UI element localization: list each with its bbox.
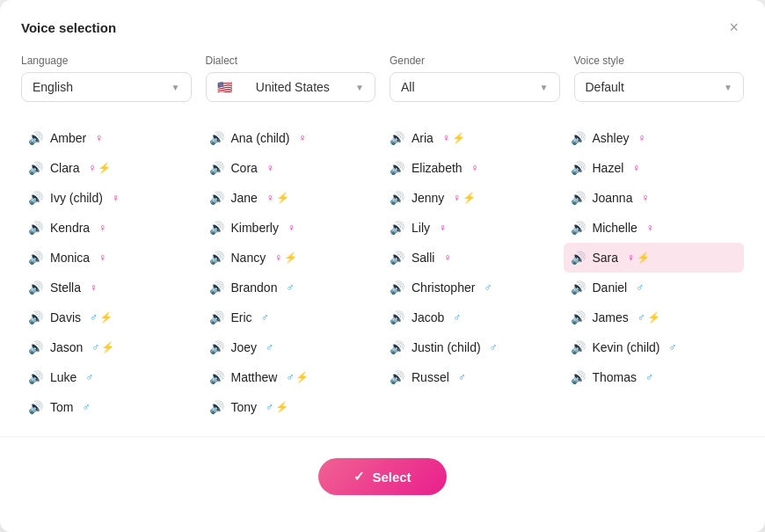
lightning-tag-icon: ⚡: [452, 132, 465, 144]
voice-tags: ♀: [288, 222, 295, 234]
list-item[interactable]: 🔊Sara♀⚡: [564, 243, 745, 273]
play-icon[interactable]: 🔊: [209, 281, 224, 295]
list-item[interactable]: 🔊Jacob♂: [382, 302, 564, 332]
list-item[interactable]: 🔊Luke♂: [21, 362, 202, 392]
play-icon[interactable]: 🔊: [28, 400, 43, 414]
play-icon[interactable]: 🔊: [28, 221, 43, 235]
play-icon[interactable]: 🔊: [28, 281, 43, 295]
lightning-tag-icon: ⚡: [463, 192, 476, 204]
list-item[interactable]: 🔊Joey♂: [202, 332, 383, 362]
list-item[interactable]: 🔊Kimberly♀: [202, 213, 383, 243]
list-item[interactable]: 🔊Clara♀⚡: [21, 153, 202, 183]
play-icon[interactable]: 🔊: [209, 161, 224, 175]
play-icon[interactable]: 🔊: [571, 340, 586, 354]
play-icon[interactable]: 🔊: [390, 340, 404, 354]
voice-style-select[interactable]: Default ▼: [574, 72, 745, 102]
list-item[interactable]: 🔊Aria♀⚡: [382, 123, 564, 153]
list-item[interactable]: 🔊Jane♀⚡: [202, 183, 383, 213]
list-item[interactable]: 🔊Elizabeth♀: [382, 153, 564, 183]
list-item[interactable]: 🔊Christopher♂: [382, 273, 564, 302]
play-icon[interactable]: 🔊: [209, 131, 224, 145]
play-icon[interactable]: 🔊: [390, 281, 404, 295]
list-item[interactable]: 🔊Monica♀: [21, 243, 202, 273]
list-item[interactable]: 🔊Brandon♂: [202, 273, 383, 302]
list-item[interactable]: 🔊Matthew♂⚡: [202, 362, 383, 392]
list-item[interactable]: 🔊Jenny♀⚡: [382, 183, 564, 213]
list-item[interactable]: 🔊Kevin (child)♂: [564, 332, 745, 362]
play-icon[interactable]: 🔊: [209, 251, 224, 265]
list-item[interactable]: 🔊Thomas♂: [564, 362, 745, 392]
list-item[interactable]: 🔊Ana (child)♀: [202, 123, 383, 153]
play-icon[interactable]: 🔊: [571, 310, 586, 324]
play-icon[interactable]: 🔊: [28, 131, 43, 145]
play-icon[interactable]: 🔊: [209, 340, 224, 354]
play-icon[interactable]: 🔊: [28, 370, 43, 384]
play-icon[interactable]: 🔊: [28, 161, 43, 175]
play-icon[interactable]: 🔊: [209, 370, 224, 384]
list-item[interactable]: 🔊Daniel♂: [564, 273, 745, 302]
select-button[interactable]: ✓ Select: [318, 458, 446, 495]
play-icon[interactable]: 🔊: [571, 191, 586, 205]
voice-name: Michelle: [593, 221, 638, 235]
voice-name: Brandon: [231, 281, 278, 295]
lightning-tag-icon: ⚡: [647, 311, 660, 324]
play-icon[interactable]: 🔊: [571, 131, 586, 145]
play-icon[interactable]: 🔊: [571, 251, 586, 265]
voice-tags: ♂: [636, 281, 644, 294]
play-icon[interactable]: 🔊: [209, 191, 224, 205]
voice-tags: ♀: [298, 132, 306, 144]
list-item[interactable]: 🔊Kendra♀: [21, 213, 202, 243]
play-icon[interactable]: 🔊: [209, 310, 224, 324]
play-icon[interactable]: 🔊: [209, 221, 224, 235]
play-icon[interactable]: 🔊: [28, 251, 43, 265]
voice-tags: ♀: [641, 192, 649, 204]
male-tag-icon: ♂: [638, 311, 645, 324]
play-icon[interactable]: 🔊: [390, 131, 404, 145]
list-item[interactable]: 🔊Justin (child)♂: [382, 332, 564, 362]
list-item[interactable]: 🔊Cora♀: [202, 153, 383, 183]
list-item[interactable]: 🔊Michelle♀: [564, 213, 745, 243]
play-icon[interactable]: 🔊: [390, 251, 404, 265]
play-icon[interactable]: 🔊: [571, 221, 586, 235]
play-icon[interactable]: 🔊: [571, 281, 586, 295]
close-button[interactable]: ×: [724, 18, 744, 37]
list-item[interactable]: 🔊Hazel♀: [564, 153, 745, 183]
voice-name: Daniel: [593, 281, 628, 295]
list-item[interactable]: 🔊Nancy♀⚡: [202, 243, 383, 273]
play-icon[interactable]: 🔊: [209, 400, 224, 414]
modal-title: Voice selection: [21, 20, 116, 35]
play-icon[interactable]: 🔊: [28, 340, 43, 354]
play-icon[interactable]: 🔊: [571, 161, 586, 175]
gender-select[interactable]: All ▼: [390, 72, 560, 102]
list-item[interactable]: 🔊Stella♀: [21, 273, 202, 302]
lightning-tag-icon: ⚡: [284, 251, 297, 264]
list-item[interactable]: 🔊Davis♂⚡: [21, 302, 202, 332]
play-icon[interactable]: 🔊: [390, 221, 404, 235]
dialect-select[interactable]: 🇺🇸 United States ▼: [206, 72, 376, 102]
list-item[interactable]: 🔊Joanna♀: [564, 183, 745, 213]
list-item[interactable]: 🔊Tom♂: [21, 392, 202, 422]
play-icon[interactable]: 🔊: [390, 191, 404, 205]
voice-tags: ♂⚡: [266, 401, 288, 413]
play-icon[interactable]: 🔊: [390, 161, 404, 175]
play-icon[interactable]: 🔊: [28, 191, 43, 205]
play-icon[interactable]: 🔊: [571, 370, 586, 384]
lightning-tag-icon: ⚡: [276, 192, 289, 204]
list-item[interactable]: 🔊Amber♀: [21, 123, 202, 153]
list-item[interactable]: 🔊Russel♂: [382, 362, 564, 392]
play-icon[interactable]: 🔊: [390, 310, 404, 324]
list-item[interactable]: 🔊Salli♀: [382, 243, 564, 273]
list-item[interactable]: 🔊Ashley♀: [564, 123, 745, 153]
list-item[interactable]: 🔊Ivy (child)♀: [21, 183, 202, 213]
language-select[interactable]: English ▼: [21, 72, 192, 102]
list-item[interactable]: 🔊Lily♀: [382, 213, 564, 243]
list-item[interactable]: 🔊Jason♂⚡: [21, 332, 202, 362]
voice-name: Ana (child): [231, 131, 290, 145]
voice-tags: ♂: [669, 341, 677, 353]
list-item[interactable]: 🔊Tony♂⚡: [202, 392, 383, 422]
list-item[interactable]: 🔊James♂⚡: [564, 302, 745, 332]
play-icon[interactable]: 🔊: [28, 310, 43, 324]
list-item[interactable]: 🔊Eric♂: [202, 302, 383, 332]
voice-tags: ♀: [439, 222, 447, 234]
play-icon[interactable]: 🔊: [390, 370, 404, 384]
